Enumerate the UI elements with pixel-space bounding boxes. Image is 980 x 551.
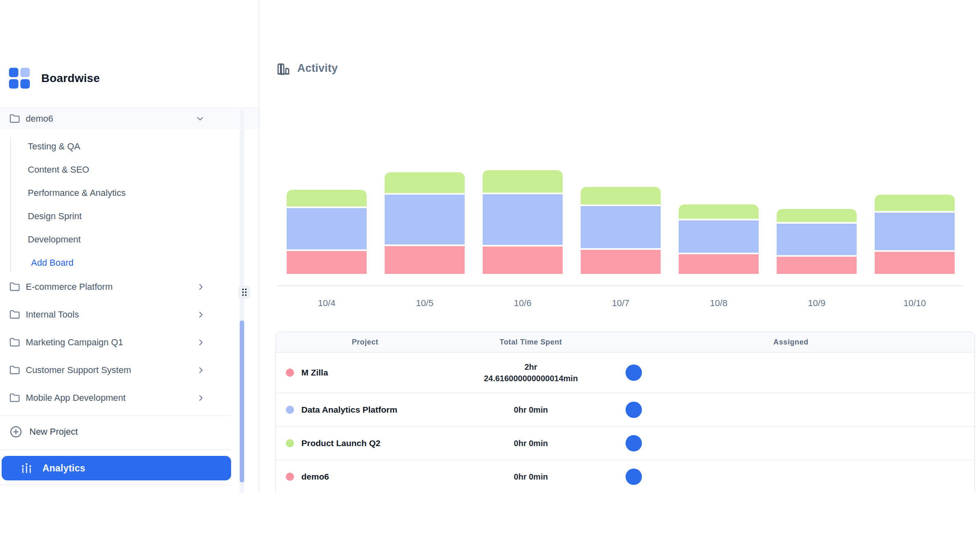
time-spent-line: 2hr — [524, 361, 537, 373]
bar-segment-data-analytics-platform — [581, 206, 661, 248]
assignee-avatar[interactable] — [626, 364, 642, 381]
time-spent-line: 0hr 0min — [514, 404, 548, 415]
sidebar-project-item[interactable]: Marketing Campaign Q1 — [0, 329, 258, 356]
chevron-right-icon[interactable] — [196, 365, 206, 375]
sidebar-scrollbar-thumb[interactable] — [240, 320, 244, 482]
x-axis-tick-label: 10/10 — [866, 298, 964, 309]
chevron-right-icon[interactable] — [196, 338, 206, 347]
bar-segment-m-zilla — [581, 250, 661, 274]
column-header: Total Time Spent — [454, 332, 608, 352]
sidebar-project-demo6[interactable]: demo6 — [0, 109, 258, 129]
boardwise-logo-icon — [9, 68, 30, 89]
bar-segment-m-zilla — [483, 247, 563, 274]
project-name: Data Analytics Platform — [301, 405, 397, 415]
sidebar-board-item[interactable]: Design Sprint — [0, 204, 229, 228]
bar-chart-icon — [277, 61, 290, 75]
assigned-cell — [608, 427, 974, 460]
time-spent-cell: 0hr 0min — [454, 427, 608, 460]
folder-icon — [9, 113, 20, 124]
folder-icon — [9, 337, 20, 348]
time-spent-cell: 0hr 0min — [454, 460, 608, 493]
brand-header: Boardwise — [9, 68, 100, 89]
assigned-cell — [608, 393, 974, 426]
chevron-right-icon[interactable] — [196, 310, 206, 320]
bar-segment-product-launch-q2 — [287, 190, 367, 207]
stacked-bar[interactable] — [875, 195, 955, 274]
sidebar-board-item[interactable]: Development — [0, 228, 229, 251]
bar-segment-product-launch-q2 — [679, 204, 759, 219]
bar-segment-data-analytics-platform — [679, 220, 759, 253]
x-axis-tick-label: 10/6 — [474, 298, 572, 309]
project-label: Internal Tools — [26, 309, 79, 320]
chart-bar-group — [376, 171, 474, 274]
table-row[interactable]: demo60hr 0min — [276, 460, 974, 493]
new-project-button[interactable]: New Project — [0, 421, 229, 442]
sidebar-project-item[interactable]: Internal Tools — [0, 301, 258, 329]
panel-resize-handle[interactable] — [238, 286, 250, 299]
table-row[interactable]: Data Analytics Platform0hr 0min — [276, 393, 974, 427]
bar-segment-data-analytics-platform — [483, 194, 563, 245]
bar-segment-m-zilla — [777, 257, 857, 274]
sidebar-border — [258, 0, 259, 493]
table-row[interactable]: Product Launch Q20hr 0min — [276, 427, 974, 460]
chart-bar-group — [670, 171, 768, 274]
project-color-dot — [286, 406, 294, 414]
chart-bar-group — [572, 171, 670, 274]
bar-segment-product-launch-q2 — [777, 209, 857, 222]
bar-segment-data-analytics-platform — [287, 208, 367, 249]
sidebar-board-item[interactable]: Content & SEO — [0, 158, 229, 181]
chart-bar-group — [474, 171, 572, 274]
table-body: M Zilla2hr24.616000000000014minData Anal… — [276, 353, 974, 493]
time-spent-cell: 0hr 0min — [454, 393, 608, 426]
bar-segment-product-launch-q2 — [875, 195, 955, 211]
chevron-down-icon[interactable] — [195, 114, 205, 124]
project-label: E-commerce Platform — [26, 282, 113, 292]
x-axis-labels: 10/410/510/610/710/810/910/10 — [278, 298, 964, 309]
project-color-dot — [286, 369, 294, 377]
assignee-avatar[interactable] — [626, 469, 642, 485]
time-spent-line: 0hr 0min — [514, 471, 548, 482]
sidebar-project-item[interactable]: E-commerce Platform — [0, 273, 258, 301]
sidebar-board-item[interactable]: Performance & Analytics — [0, 181, 229, 204]
bar-segment-data-analytics-platform — [777, 224, 857, 255]
analytics-label: Analytics — [42, 463, 85, 474]
chevron-right-icon[interactable] — [196, 393, 206, 403]
assignee-avatar[interactable] — [626, 435, 642, 451]
project-label: Mobile App Development — [26, 393, 126, 403]
section-title: Activity — [297, 62, 338, 75]
logo-square — [9, 79, 18, 89]
x-axis-tick-label: 10/4 — [278, 298, 376, 309]
stacked-bar[interactable] — [483, 170, 563, 274]
assignee-avatar[interactable] — [626, 402, 642, 418]
project-cell: Product Launch Q2 — [276, 427, 454, 460]
bar-segment-product-launch-q2 — [385, 172, 465, 193]
bar-segment-product-launch-q2 — [581, 187, 661, 204]
column-header: Assigned — [608, 332, 974, 352]
time-spent-line: 24.616000000000014min — [484, 373, 578, 384]
add-board-button[interactable]: Add Board — [0, 251, 229, 274]
chevron-right-icon[interactable] — [196, 282, 206, 292]
time-spent-cell: 2hr24.616000000000014min — [454, 353, 608, 393]
project-name: demo6 — [301, 472, 329, 482]
sidebar-project-item[interactable]: Customer Support System — [0, 356, 258, 384]
chart-bar-group — [866, 171, 964, 274]
table-row[interactable]: M Zilla2hr24.616000000000014min — [276, 353, 974, 393]
project-label: Customer Support System — [26, 365, 131, 375]
sidebar-board-item[interactable]: Testing & QA — [0, 135, 229, 158]
table-header: ProjectTotal Time SpentAssigned — [276, 332, 974, 353]
divider — [0, 107, 258, 108]
project-label: Marketing Campaign Q1 — [26, 337, 123, 348]
project-cell: demo6 — [276, 460, 454, 493]
stacked-bar[interactable] — [287, 190, 367, 274]
x-axis-tick-label: 10/9 — [768, 298, 866, 309]
folder-icon — [9, 282, 20, 292]
sidebar-project-item[interactable]: Mobile App Development — [0, 384, 258, 412]
stacked-bar[interactable] — [581, 187, 661, 274]
analytics-button[interactable]: Analytics — [2, 456, 231, 480]
stacked-bar[interactable] — [777, 209, 857, 274]
stacked-bar[interactable] — [679, 204, 759, 274]
bar-segment-data-analytics-platform — [875, 213, 955, 250]
app-root: { "app": { "brand": "Boardwise" }, "colo… — [0, 0, 980, 551]
stacked-bar[interactable] — [385, 172, 465, 274]
logo-square — [20, 68, 30, 77]
